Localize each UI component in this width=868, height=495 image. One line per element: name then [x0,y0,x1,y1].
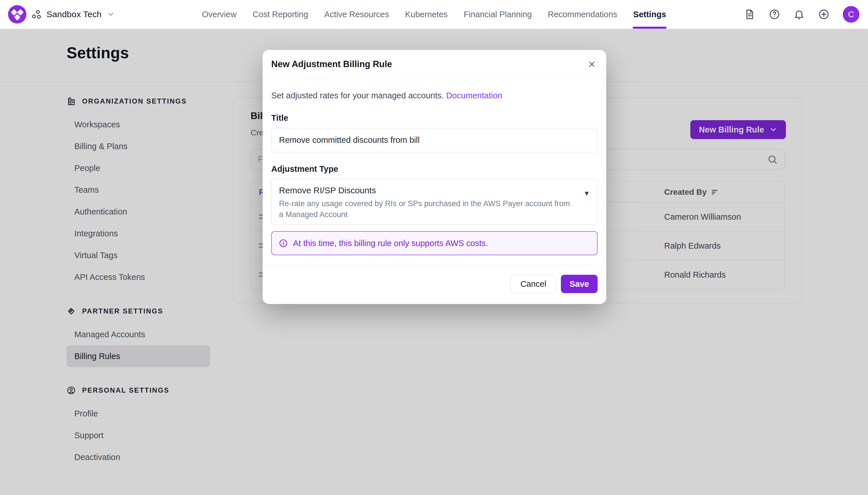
main-nav: Overview Cost Reporting Active Resources… [202,0,666,29]
modal-description-text: Set adjusted rates for your managed acco… [271,91,444,100]
close-button[interactable] [586,58,597,70]
nav-item-overview[interactable]: Overview [202,0,236,29]
modal-title: New Adjustment Billing Rule [271,59,392,69]
selected-option-description: Re-rate any usage covered by RIs or SPs … [279,198,572,220]
title-input[interactable] [271,128,597,152]
top-navigation-bar: Sandbox Tech Overview Cost Reporting Act… [0,0,868,29]
selected-option-label: Remove RI/SP Discounts [279,186,572,195]
help-icon[interactable] [769,8,780,20]
bell-icon[interactable] [793,8,805,20]
documentation-link[interactable]: Documentation [446,91,502,100]
document-icon[interactable] [744,8,755,20]
modal-body: Set adjusted rates for your managed acco… [263,90,606,255]
nav-item-active-resources[interactable]: Active Resources [324,0,389,29]
title-field-label: Title [271,113,597,123]
topbar-actions: C [744,0,859,29]
save-button[interactable]: Save [561,275,597,293]
aws-only-info-banner: At this time, this billing rule only sup… [271,231,597,255]
modal-header: New Adjustment Billing Rule [263,50,606,79]
cancel-button[interactable]: Cancel [510,275,556,293]
dropdown-arrow-icon: ▾ [585,188,589,198]
chevron-down-icon [107,10,115,18]
new-adjustment-billing-rule-modal: New Adjustment Billing Rule Set adjusted… [263,50,606,304]
modal-description: Set adjusted rates for your managed acco… [271,90,597,101]
nav-item-financial-planning[interactable]: Financial Planning [464,0,532,29]
info-icon [279,239,288,248]
info-banner-text: At this time, this billing rule only sup… [293,239,488,248]
avatar-initial: C [848,10,854,19]
nav-item-settings[interactable]: Settings [633,0,666,29]
nav-item-kubernetes[interactable]: Kubernetes [405,0,447,29]
plus-circle-icon[interactable] [818,8,830,20]
adjustment-type-select[interactable]: Remove RI/SP Discounts Re-rate any usage… [271,179,597,225]
nav-item-cost-reporting[interactable]: Cost Reporting [252,0,308,29]
nav-item-recommendations[interactable]: Recommendations [548,0,618,29]
org-switcher[interactable]: Sandbox Tech [8,0,115,29]
active-tab-underline [633,27,667,29]
close-icon [587,59,596,69]
nav-item-settings-label: Settings [633,10,666,19]
adjustment-type-label: Adjustment Type [271,164,597,174]
app-logo-icon [8,5,27,23]
org-cluster-icon [32,10,41,19]
modal-footer: Cancel Save [263,266,606,302]
org-name: Sandbox Tech [47,10,102,19]
user-avatar[interactable]: C [843,6,859,23]
